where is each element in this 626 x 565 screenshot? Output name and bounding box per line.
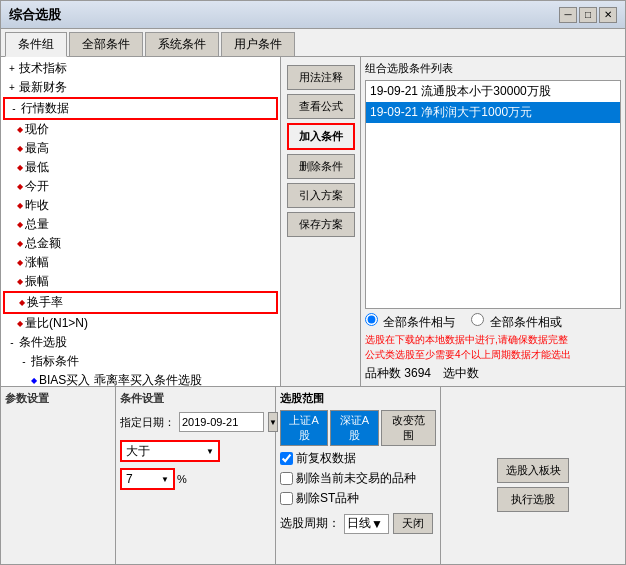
tree-item-bibi[interactable]: ◆ 量比(N1>N): [3, 314, 278, 333]
checkbox-fuquan[interactable]: [280, 452, 293, 465]
tree-label-tiaoxuan: 条件选股: [19, 334, 67, 351]
tree-item-zuidi[interactable]: ◆ 最低: [3, 158, 278, 177]
radio-and-label[interactable]: 全部条件相与: [365, 313, 455, 331]
date-row: 指定日期： ▼: [120, 412, 271, 432]
delete-condition-button[interactable]: 删除条件: [287, 154, 355, 179]
tree-label-zuigao: 最高: [25, 140, 49, 157]
tree-label-jinkai: 今开: [25, 178, 49, 195]
tree-label-tech: 技术指标: [19, 60, 67, 77]
exchange-sz-btn[interactable]: 深证A股: [330, 410, 378, 446]
tree-item-zhangfu[interactable]: ◆ 涨幅: [3, 253, 278, 272]
exchange-sh-btn[interactable]: 上证A股: [280, 410, 328, 446]
close-button[interactable]: ✕: [599, 7, 617, 23]
mid-buttons-panel: 用法注释 查看公式 加入条件 删除条件 引入方案 保存方案: [281, 57, 361, 386]
tree-item-moshoulshuai[interactable]: ◆ 换手率: [3, 291, 278, 314]
operator-combo[interactable]: 大于 ▼: [120, 440, 220, 462]
maximize-button[interactable]: □: [579, 7, 597, 23]
tree-item-tech[interactable]: + 技术指标: [3, 59, 278, 78]
add-condition-button[interactable]: 加入条件: [287, 123, 355, 150]
checkbox-fuquan-label: 前复权数据: [296, 450, 356, 467]
param-settings-section: 参数设置: [1, 387, 116, 565]
checkbox-row-1: 前复权数据: [280, 450, 436, 467]
expand-icon: +: [5, 63, 19, 74]
save-scheme-button[interactable]: 保存方案: [287, 212, 355, 237]
tree-item-zonge[interactable]: ◆ 总金额: [3, 234, 278, 253]
tree-label-rowdata: 行情数据: [21, 100, 69, 117]
tree-label-newfinance: 最新财务: [19, 79, 67, 96]
import-scheme-button[interactable]: 引入方案: [287, 183, 355, 208]
radio-and[interactable]: [365, 313, 378, 326]
tree-label-zhangfu: 涨幅: [25, 254, 49, 271]
tree-item-xianjia[interactable]: ◆ 现价: [3, 120, 278, 139]
count-text: 品种数 3694 选中数: [365, 365, 621, 382]
leaf-icon: ◆: [17, 125, 23, 134]
cond-settings-title: 条件设置: [120, 391, 271, 406]
radio-or-label[interactable]: 全部条件相或: [471, 313, 561, 331]
conditions-list-title: 组合选股条件列表: [365, 61, 621, 76]
comment-button[interactable]: 用法注释: [287, 65, 355, 90]
tree-label-zbcondition: 指标条件: [31, 353, 79, 370]
tree-label-zhenfu: 振幅: [25, 273, 49, 290]
date-input[interactable]: [179, 412, 264, 432]
change-range-btn[interactable]: 改变范围: [381, 410, 436, 446]
tree-item-bias[interactable]: ◆ BIAS买入 乖离率买入条件选股: [3, 371, 278, 386]
period-dropdown-icon: ▼: [371, 517, 383, 531]
collapse-icon: -: [7, 103, 21, 114]
period-label: 选股周期：: [280, 515, 340, 532]
value-row: 7 ▼ %: [120, 468, 271, 490]
exchange-row: 上证A股 深证A股 改变范围: [280, 410, 436, 446]
tree-label-zongliang: 总量: [25, 216, 49, 233]
tree-item-newfinance[interactable]: + 最新财务: [3, 78, 278, 97]
window-title: 综合选股: [9, 6, 61, 24]
operator-dropdown-icon: ▼: [206, 447, 214, 456]
tree-item-zongliang[interactable]: ◆ 总量: [3, 215, 278, 234]
radio-row: 全部条件相与 全部条件相或: [365, 313, 621, 331]
main-window: 综合选股 ─ □ ✕ 条件组 全部条件 系统条件 用户条件 + 技术指标 + 最…: [0, 0, 626, 565]
conditions-panel: 组合选股条件列表 19-09-21 流通股本小于30000万股 19-09-21…: [361, 57, 625, 386]
tree-item-zbcondition[interactable]: - 指标条件: [3, 352, 278, 371]
tree-item-zhenfu[interactable]: ◆ 振幅: [3, 272, 278, 291]
tree-label-bias: BIAS买入 乖离率买入条件选股: [39, 372, 202, 386]
tab-user-conditions[interactable]: 用户条件: [221, 32, 295, 56]
formula-button[interactable]: 查看公式: [287, 94, 355, 119]
checkbox-st[interactable]: [280, 492, 293, 505]
checkbox-notrade[interactable]: [280, 472, 293, 485]
minimize-button[interactable]: ─: [559, 7, 577, 23]
tree-item-zuoshou[interactable]: ◆ 昨收: [3, 196, 278, 215]
leaf-icon: ◆: [17, 258, 23, 267]
period-close-btn[interactable]: 天闭: [393, 513, 433, 534]
warning-text-1: 选股在下载的本地数据中进行,请确保数据完整: [365, 333, 621, 346]
checkbox-notrade-label: 剔除当前未交易的品种: [296, 470, 416, 487]
select-block-btn[interactable]: 选股入板块: [497, 458, 569, 483]
period-value: 日线: [347, 515, 371, 532]
action-section: 选股入板块 执行选股: [441, 387, 625, 565]
operator-row: 大于 ▼: [120, 440, 271, 462]
checkbox-row-3: 剔除ST品种: [280, 490, 436, 507]
warning-text-2: 公式类选股至少需要4个以上周期数据才能选出: [365, 348, 621, 361]
tree-panel: + 技术指标 + 最新财务 - 行情数据 ◆ 现价 ◆ 最高 ◆: [1, 57, 281, 386]
tree-item-tiaoxuan[interactable]: - 条件选股: [3, 333, 278, 352]
tree-label-zonge: 总金额: [25, 235, 61, 252]
condition-item-2[interactable]: 19-09-21 净利润大于1000万元: [366, 102, 620, 123]
tab-condition-group[interactable]: 条件组: [5, 32, 67, 57]
tree-label-zuidi: 最低: [25, 159, 49, 176]
radio-or[interactable]: [471, 313, 484, 326]
title-bar: 综合选股 ─ □ ✕: [1, 1, 625, 29]
stock-range-title: 选股范围: [280, 391, 436, 406]
tree-item-jinkai[interactable]: ◆ 今开: [3, 177, 278, 196]
operator-value: 大于: [126, 443, 150, 460]
tree-item-rowdata[interactable]: - 行情数据: [3, 97, 278, 120]
cond-settings-section: 条件设置 指定日期： ▼ 大于 ▼ 7 ▼ %: [116, 387, 276, 565]
condition-item-1[interactable]: 19-09-21 流通股本小于30000万股: [366, 81, 620, 102]
leaf-icon: ◆: [17, 182, 23, 191]
tab-all-conditions[interactable]: 全部条件: [69, 32, 143, 56]
tab-system-conditions[interactable]: 系统条件: [145, 32, 219, 56]
period-row: 选股周期： 日线 ▼ 天闭: [280, 513, 436, 534]
value-combo[interactable]: 7 ▼: [120, 468, 175, 490]
window-controls: ─ □ ✕: [559, 7, 617, 23]
value-dropdown-icon: ▼: [161, 475, 169, 484]
period-combo[interactable]: 日线 ▼: [344, 514, 389, 534]
execute-btn[interactable]: 执行选股: [497, 487, 569, 512]
tree-item-zuigao[interactable]: ◆ 最高: [3, 139, 278, 158]
expand-icon: +: [5, 82, 19, 93]
